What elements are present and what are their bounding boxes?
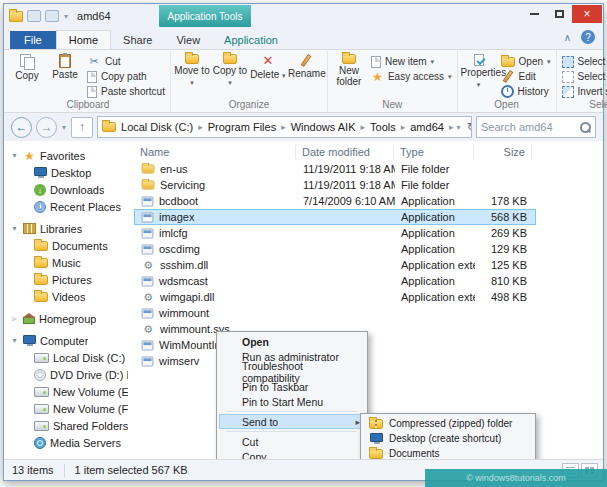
crumb-separator-icon[interactable]: ▸ <box>449 122 454 132</box>
sidebar-item-new-volume-f[interactable]: New Volume (F:) <box>4 400 128 417</box>
search-box[interactable] <box>476 116 596 138</box>
sidebar-item-videos[interactable]: Videos <box>4 288 128 305</box>
easy-access-button[interactable]: ★ Easy access ▾ <box>369 70 454 83</box>
ribbon-group-organize: Move to ▾ Copy to ▾ ✕ Delete ▾ Rename Or… <box>171 51 328 112</box>
column-header-name[interactable]: Name <box>134 145 296 159</box>
sidebar-item-music[interactable]: Music <box>4 254 128 271</box>
breadcrumb-segment[interactable]: Tools <box>367 121 399 133</box>
file-row[interactable]: bcdboot 7/14/2009 6:10 AM Application 17… <box>134 193 536 209</box>
minimize-button[interactable] <box>522 5 547 23</box>
cut-button[interactable]: ✂ Cut <box>85 55 167 68</box>
history-button[interactable]: History <box>499 85 553 98</box>
select-all-button[interactable]: Select all <box>560 55 607 68</box>
search-input[interactable] <box>481 121 576 133</box>
send-to-desktop-shortcut[interactable]: Desktop (create shortcut) <box>363 431 533 446</box>
back-button[interactable]: ← <box>11 117 32 138</box>
tab-application[interactable]: Application <box>212 31 290 49</box>
sidebar-item-recent-places[interactable]: Recent Places <box>4 198 128 215</box>
crumb-separator-icon[interactable]: ▸ <box>360 122 365 132</box>
downloads-icon: ↓ <box>34 184 46 196</box>
sidebar-item-shared-folders[interactable]: Shared Folders (\\vn <box>4 417 128 434</box>
help-icon[interactable]: ? <box>581 30 595 44</box>
invert-selection-button[interactable]: Invert selection <box>560 85 607 98</box>
file-row[interactable]: imlcfg Application 269 KB <box>134 225 536 241</box>
qat-newfolder-button[interactable] <box>45 10 59 22</box>
tab-file[interactable]: File <box>10 31 56 49</box>
recent-pages-icon[interactable]: ▾ <box>61 123 67 132</box>
sidebar-item-downloads[interactable]: ↓ Downloads <box>4 181 128 198</box>
file-row[interactable]: oscdimg Application 129 KB <box>134 241 536 257</box>
menu-item-cut[interactable]: Cut <box>219 434 365 449</box>
paste-shortcut-button[interactable]: Paste shortcut <box>85 85 167 98</box>
copy-path-button[interactable]: Copy path <box>85 70 167 83</box>
expander-icon[interactable]: ▹ <box>10 314 19 323</box>
edit-button[interactable]: Edit <box>499 70 553 83</box>
expander-icon[interactable]: ▾ <box>10 336 19 345</box>
up-button[interactable]: ↑ <box>71 117 93 138</box>
file-row[interactable]: wdsmcast Application 810 KB <box>134 273 536 289</box>
sidebar-item-homegroup[interactable]: ▹ Homegroup <box>4 310 128 327</box>
rename-button[interactable]: Rename <box>288 53 324 81</box>
delete-button[interactable]: ✕ Delete ▾ <box>250 53 286 82</box>
file-row[interactable]: en-us 11/19/2011 9:18 AM File folder <box>134 161 536 177</box>
expander-icon[interactable]: ▾ <box>10 224 19 233</box>
sidebar-item-desktop[interactable]: Desktop <box>4 164 128 181</box>
select-none-button[interactable]: Select none <box>560 70 607 83</box>
sidebar-item-media-servers[interactable]: Media Servers <box>4 434 128 451</box>
crumb-separator-icon[interactable]: ▸ <box>401 122 406 132</box>
file-row[interactable]: wimmount <box>134 305 536 321</box>
move-to-button[interactable]: Move to ▾ <box>174 53 210 88</box>
column-header-size[interactable]: Size <box>474 145 532 159</box>
forward-button[interactable]: → <box>36 117 57 138</box>
file-row[interactable]: ⚙wimgapi.dll Application extens... 498 K… <box>134 289 536 305</box>
search-icon[interactable] <box>580 122 591 133</box>
sidebar-item-computer[interactable]: ▾ Computer <box>4 332 128 349</box>
breadcrumb-segment[interactable]: Program Files <box>205 121 279 133</box>
menu-item-troubleshoot-compatibility[interactable]: Troubleshoot compatibility <box>219 364 365 379</box>
copy-to-button[interactable]: Copy to ▾ <box>212 53 248 88</box>
tab-home[interactable]: Home <box>56 30 111 49</box>
sidebar-item-new-volume-e[interactable]: New Volume (E:) <box>4 383 128 400</box>
expander-icon[interactable]: ▾ <box>10 151 19 160</box>
copy-button[interactable]: Copy <box>9 53 45 83</box>
refresh-icon[interactable]: ↻ <box>466 120 472 134</box>
column-header-date[interactable]: Date modified <box>296 145 394 159</box>
send-to-documents[interactable]: Documents <box>363 446 533 459</box>
sidebar-item-libraries[interactable]: ▾ Libraries <box>4 220 128 237</box>
menu-item-copy[interactable]: Copy <box>219 449 365 459</box>
sidebar-item-local-disk-c[interactable]: Local Disk (C:) <box>4 349 128 366</box>
breadcrumb[interactable]: Local Disk (C:) ▸ Program Files ▸ Window… <box>97 116 472 138</box>
file-row[interactable]: ⚙ssshim.dll Application extens... 125 KB <box>134 257 536 273</box>
open-button[interactable]: Open ▾ <box>499 55 553 68</box>
send-to-compressed-folder[interactable]: Compressed (zipped) folder <box>363 416 533 431</box>
new-item-button[interactable]: New item ▾ <box>369 55 454 68</box>
close-button[interactable]: × <box>572 5 602 23</box>
sidebar-item-documents[interactable]: Documents <box>4 237 128 254</box>
tab-share[interactable]: Share <box>111 31 164 49</box>
sidebar-item-dvd-drive-d[interactable]: DVD Drive (D:) KB3A <box>4 366 128 383</box>
crumb-separator-icon[interactable]: ▸ <box>281 122 286 132</box>
crumb-separator-icon[interactable]: ▸ <box>198 122 203 132</box>
menu-item-open[interactable]: Open <box>219 334 365 349</box>
file-row-selected[interactable]: imagex Application 568 KB <box>134 209 536 225</box>
breadcrumb-segment[interactable]: Local Disk (C:) <box>118 121 196 133</box>
qat-properties-button[interactable] <box>27 10 41 22</box>
sidebar-item-favorites[interactable]: ▾ ★ Favorites <box>4 147 128 164</box>
minimize-ribbon-icon[interactable]: ∧ <box>564 32 571 43</box>
maximize-button[interactable] <box>547 5 572 23</box>
menu-item-send-to[interactable]: Send to▸ <box>219 414 365 429</box>
file-row[interactable]: Servicing 11/19/2011 9:18 AM File folder <box>134 177 536 193</box>
new-folder-button[interactable]: New folder <box>331 53 367 88</box>
sidebar-item-pictures[interactable]: Pictures <box>4 271 128 288</box>
tab-view[interactable]: View <box>164 31 212 49</box>
window-title: amd64 <box>77 10 111 22</box>
column-header-type[interactable]: Type <box>394 145 474 159</box>
breadcrumb-segment[interactable]: amd64 <box>407 121 447 133</box>
qat-customize-icon[interactable]: ▾ <box>63 12 69 21</box>
paste-button[interactable]: Paste <box>47 53 83 82</box>
address-dropdown-icon[interactable]: ▾ <box>455 123 461 132</box>
menu-item-pin-to-start-menu[interactable]: Pin to Start Menu <box>219 394 365 409</box>
main-content: ▾ ★ Favorites Desktop ↓ Downloads Recent… <box>4 141 603 459</box>
breadcrumb-segment[interactable]: Windows AIK <box>288 121 359 133</box>
properties-button[interactable]: Properties ▾ <box>461 53 497 90</box>
